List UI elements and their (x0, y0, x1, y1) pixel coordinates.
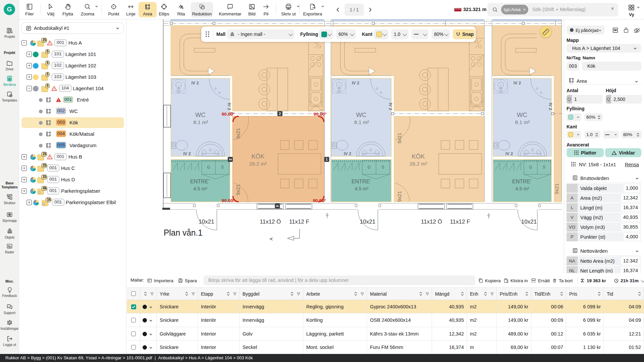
svg-text:28.2 m²: 28.2 m² (249, 161, 267, 167)
svg-text:IV 2: IV 2 (344, 152, 351, 156)
svg-text:8.1 m²: 8.1 m² (515, 119, 530, 125)
svg-text:S: S (381, 165, 384, 170)
svg-text:IV 2: IV 2 (548, 103, 553, 110)
svg-text:S: S (221, 165, 224, 170)
svg-text:10x21: 10x21 (199, 219, 214, 225)
svg-text:G: G (529, 165, 532, 170)
svg-text:9x21: 9x21 (554, 183, 559, 194)
svg-text:90.00°: 90.00° (222, 198, 235, 203)
svg-text:4: 4 (275, 205, 279, 207)
svg-text:WC: WC (356, 111, 367, 118)
svg-text:3: 3 (228, 159, 232, 161)
svg-text:4.5 m²: 4.5 m² (355, 186, 368, 191)
svg-text:S: S (543, 165, 545, 170)
svg-text:9x21: 9x21 (235, 128, 241, 139)
svg-text:IV 2: IV 2 (227, 103, 231, 110)
svg-text:90.00°: 90.00° (222, 112, 235, 117)
svg-text:KÖK: KÖK (412, 153, 425, 160)
svg-text:8.1 m²: 8.1 m² (194, 119, 208, 125)
svg-text:IV 2: IV 2 (183, 152, 191, 156)
svg-text:90.00°: 90.00° (313, 198, 326, 203)
svg-text:IV 2: IV 2 (191, 81, 199, 85)
svg-text:9x21: 9x21 (396, 191, 402, 202)
svg-text:9x21: 9x21 (396, 133, 402, 144)
svg-text:G: G (368, 165, 371, 170)
svg-text:IV 2: IV 2 (505, 152, 513, 156)
svg-text:90.00°: 90.00° (314, 112, 327, 117)
svg-text:8.1 m²: 8.1 m² (354, 119, 369, 125)
svg-text:9x21: 9x21 (235, 184, 241, 195)
svg-text:11x12 Ö: 11x12 Ö (260, 219, 281, 225)
svg-text:IV 2: IV 2 (514, 81, 521, 85)
svg-text:10x21: 10x21 (521, 219, 537, 225)
svg-text:ENTRE’: ENTRE’ (190, 179, 210, 184)
svg-text:IV 2: IV 2 (352, 81, 359, 85)
svg-text:ENTRE’: ENTRE’ (352, 179, 371, 184)
svg-text:4.5 m²: 4.5 m² (193, 186, 207, 191)
svg-text:G: G (207, 165, 210, 170)
svg-text:A: A (269, 237, 274, 240)
svg-text:28.2 m²: 28.2 m² (410, 161, 427, 167)
svg-text:ENTRE’: ENTRE’ (512, 179, 532, 184)
svg-text:4.5 m²: 4.5 m² (515, 186, 529, 191)
svg-text:KÖK: KÖK (251, 153, 265, 160)
svg-text:1: 1 (326, 157, 328, 161)
svg-text:IV 2: IV 2 (388, 103, 393, 110)
svg-text:WC: WC (195, 111, 206, 118)
svg-text:Plan vån.1: Plan vån.1 (164, 228, 203, 238)
svg-text:11x12 F: 11x12 F (289, 219, 309, 225)
svg-text:11x12 Ö: 11x12 Ö (421, 219, 442, 225)
svg-text:WC: WC (517, 111, 527, 118)
svg-text:2: 2 (279, 112, 281, 116)
svg-text:10x21: 10x21 (360, 219, 375, 225)
svg-text:11x12 F: 11x12 F (450, 219, 470, 225)
